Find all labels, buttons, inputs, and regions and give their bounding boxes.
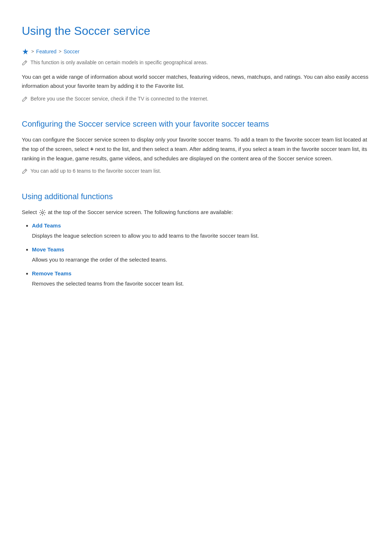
svg-line-3 (25, 170, 26, 171)
intro-paragraph: You can get a wide range of information … (22, 73, 370, 91)
soccer-link-note[interactable]: Soccer (74, 96, 90, 102)
svg-line-2 (25, 98, 26, 99)
breadcrumb-soccer[interactable]: Soccer (64, 48, 79, 56)
page-title: Using the Soccer service (22, 22, 370, 40)
move-teams-link[interactable]: Move Teams (32, 246, 64, 253)
svg-line-1 (25, 61, 26, 62)
home-icon (22, 48, 29, 55)
pencil-icon-3 (22, 168, 28, 177)
pencil-icon-2 (22, 95, 28, 105)
section-additional-functions: Using additional functions Select at the… (22, 190, 370, 288)
svg-point-4 (41, 212, 43, 213)
list-item-remove-teams: Remove Teams Removes the selected teams … (32, 269, 370, 288)
teams-limit-text: You can add up to 6 teams to the favorit… (30, 167, 161, 175)
breadcrumb-sep-1: > (31, 48, 34, 56)
svg-marker-0 (23, 49, 28, 54)
move-teams-desc: Allows you to rearrange the order of the… (32, 255, 370, 264)
teams-limit-note: You can add up to 6 teams to the favorit… (22, 167, 370, 177)
section-configure: Configuring the Soccer service screen wi… (22, 118, 370, 177)
breadcrumb-sep-2: > (59, 48, 62, 56)
add-teams-link[interactable]: Add Teams (32, 222, 61, 229)
availability-note-text: This function is only available on certa… (30, 59, 208, 66)
section1-body: You can configure the Soccer service scr… (22, 135, 370, 163)
breadcrumb-featured[interactable]: Featured (36, 48, 57, 56)
internet-note-text: Before you use the Soccer service, check… (30, 95, 208, 103)
breadcrumb: > Featured > Soccer (22, 48, 370, 56)
section2-intro: Select at the top of the Soccer service … (22, 208, 370, 217)
pencil-icon-1 (22, 59, 28, 69)
remove-teams-link[interactable]: Remove Teams (32, 270, 72, 276)
add-teams-desc: Displays the league selection screen to … (32, 231, 370, 240)
section2-title: Using additional functions (22, 190, 370, 203)
internet-note: Before you use the Soccer service, check… (22, 95, 370, 105)
availability-note: This function is only available on certa… (22, 59, 370, 69)
section1-title: Configuring the Soccer service screen wi… (22, 118, 370, 130)
gear-icon-inline (39, 209, 46, 216)
list-item-add-teams: Add Teams Displays the league selection … (32, 221, 370, 240)
remove-teams-desc: Removes the selected teams from the favo… (32, 279, 370, 288)
function-list: Add Teams Displays the league selection … (32, 221, 370, 288)
list-item-move-teams: Move Teams Allows you to rearrange the o… (32, 245, 370, 264)
